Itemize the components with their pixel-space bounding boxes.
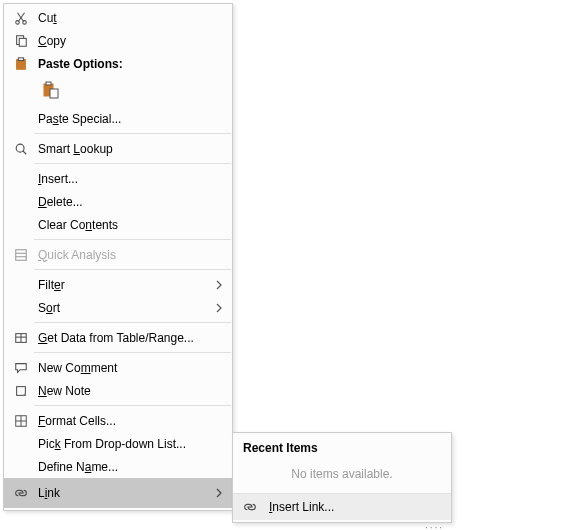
svg-line-12 — [23, 150, 27, 154]
menu-item-clear-contents[interactable]: Clear Contents — [4, 213, 232, 236]
menu-item-paste-special[interactable]: Paste Special... — [4, 107, 232, 130]
menu-separator — [34, 352, 231, 353]
menu-item-smart-lookup[interactable]: Smart Lookup — [4, 137, 232, 160]
menu-item-pick-list[interactable]: Pick From Drop-down List... — [4, 432, 232, 455]
menu-separator — [34, 405, 231, 406]
paste-default-button[interactable] — [38, 77, 64, 103]
submenu-header: Recent Items — [233, 433, 451, 461]
menu-item-format-cells[interactable]: Format Cells... — [4, 409, 232, 432]
svg-line-0 — [18, 12, 24, 21]
link-icon — [239, 500, 261, 514]
menu-label: Clear Contents — [32, 218, 226, 232]
menu-label: Format Cells... — [32, 414, 226, 428]
menu-separator — [34, 322, 231, 323]
svg-rect-7 — [18, 57, 23, 60]
menu-label: Insert... — [32, 172, 226, 186]
chevron-right-icon — [212, 280, 226, 290]
submenu-empty-text: No items available. — [233, 461, 451, 493]
menu-item-define-name[interactable]: Define Name... — [4, 455, 232, 478]
menu-item-cut[interactable]: Cut — [4, 6, 232, 29]
menu-label: Pick From Drop-down List... — [32, 437, 226, 451]
note-icon — [10, 384, 32, 398]
svg-rect-13 — [16, 249, 27, 260]
paste-options-row — [4, 75, 232, 107]
menu-item-get-data[interactable]: Get Data from Table/Range... — [4, 326, 232, 349]
link-submenu: Recent Items No items available. Insert … — [232, 432, 452, 523]
menu-item-insert[interactable]: Insert... — [4, 167, 232, 190]
menu-label: Copy — [32, 34, 226, 48]
menu-item-paste-options: Paste Options: — [4, 52, 232, 75]
smart-lookup-icon — [10, 142, 32, 156]
cut-icon — [10, 11, 32, 25]
comment-icon — [10, 361, 32, 375]
menu-label: Insert Link... — [261, 500, 445, 514]
resize-grip[interactable]: ···· — [425, 522, 444, 530]
link-icon — [10, 486, 32, 500]
menu-item-new-note[interactable]: New Note — [4, 379, 232, 402]
menu-label: Link — [32, 486, 212, 500]
menu-label: Smart Lookup — [32, 142, 226, 156]
menu-label: Cut — [32, 11, 226, 25]
menu-label: Get Data from Table/Range... — [32, 331, 226, 345]
menu-label: New Note — [32, 384, 226, 398]
menu-separator — [34, 269, 231, 270]
svg-point-2 — [16, 20, 20, 24]
chevron-right-icon — [212, 488, 226, 498]
svg-point-3 — [23, 20, 27, 24]
menu-label: Paste Options: — [32, 57, 226, 71]
context-menu: Cut Copy Paste Options: — [3, 3, 233, 511]
menu-separator — [34, 239, 231, 240]
menu-label: Filter — [32, 278, 212, 292]
menu-separator — [34, 163, 231, 164]
submenu-item-insert-link[interactable]: Insert Link... — [233, 494, 451, 520]
svg-rect-5 — [19, 38, 26, 46]
menu-item-copy[interactable]: Copy — [4, 29, 232, 52]
svg-rect-10 — [50, 89, 58, 98]
chevron-right-icon — [212, 303, 226, 313]
menu-label: Paste Special... — [32, 112, 226, 126]
menu-label: Delete... — [32, 195, 226, 209]
quick-analysis-icon — [10, 248, 32, 262]
menu-item-quick-analysis: Quick Analysis — [4, 243, 232, 266]
menu-item-filter[interactable]: Filter — [4, 273, 232, 296]
menu-label: Quick Analysis — [32, 248, 226, 262]
svg-rect-9 — [46, 82, 51, 85]
menu-item-delete[interactable]: Delete... — [4, 190, 232, 213]
menu-label: New Comment — [32, 361, 226, 375]
menu-separator — [34, 133, 231, 134]
menu-label: Sort — [32, 301, 212, 315]
svg-line-1 — [18, 12, 24, 21]
menu-label: Define Name... — [32, 460, 226, 474]
paste-icon — [10, 57, 32, 71]
svg-rect-6 — [17, 59, 26, 69]
copy-icon — [10, 34, 32, 48]
table-icon — [10, 331, 32, 345]
menu-item-new-comment[interactable]: New Comment — [4, 356, 232, 379]
format-cells-icon — [10, 414, 32, 428]
menu-item-link[interactable]: Link — [4, 478, 232, 508]
menu-item-sort[interactable]: Sort — [4, 296, 232, 319]
